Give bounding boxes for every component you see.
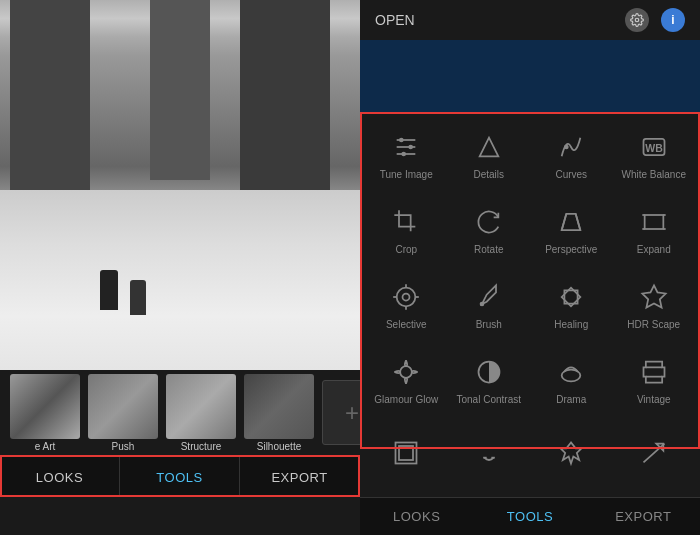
tool-healing[interactable]: Healing — [530, 267, 613, 342]
tool-curves[interactable]: Curves — [530, 117, 613, 192]
svg-rect-33 — [399, 446, 413, 460]
healing-label: Healing — [554, 319, 588, 331]
thumb-label: e Art — [35, 441, 56, 452]
tools-grid-wrapper: Tune Image Details Curves WB White Balan… — [360, 112, 700, 497]
tool-grunge[interactable] — [530, 417, 613, 492]
crop-icon — [388, 204, 424, 240]
thumbnail-item[interactable]: Push — [88, 374, 158, 452]
crop-label: Crop — [395, 244, 417, 256]
bottom-nav-right: LOOKS TOOLS EXPORT — [360, 497, 700, 535]
rotate-label: Rotate — [474, 244, 503, 256]
thumbnail-strip: e Art Push Structure Silhouette + — [0, 370, 360, 455]
open-button[interactable]: OPEN — [375, 12, 415, 28]
tune-icon — [388, 129, 424, 165]
tool-hdr-scape[interactable]: HDR Scape — [613, 267, 696, 342]
bottom-nav-left: LOOKS TOOLS EXPORT — [0, 455, 360, 497]
details-icon — [471, 129, 507, 165]
curves-label: Curves — [555, 169, 587, 181]
glamour-icon — [388, 354, 424, 390]
svg-point-4 — [399, 137, 404, 142]
perspective-icon — [553, 204, 589, 240]
hdr-icon — [636, 279, 672, 315]
tool-expand[interactable]: Expand — [613, 192, 696, 267]
tool-glamour-glow[interactable]: Glamour Glow — [365, 342, 448, 417]
info-icon[interactable]: i — [661, 8, 685, 32]
thumbnail-item[interactable]: e Art — [10, 374, 80, 452]
right-panel: OPEN i Tune Image — [360, 0, 700, 535]
svg-rect-14 — [644, 215, 663, 229]
nav-tools-right[interactable]: TOOLS — [473, 498, 586, 535]
image-preview-area — [360, 40, 700, 112]
vintage-icon — [636, 354, 672, 390]
grunge-icon — [553, 435, 589, 471]
main-photo — [0, 0, 360, 370]
nav-looks-right[interactable]: LOOKS — [360, 498, 473, 535]
glamour-label: Glamour Glow — [374, 394, 438, 406]
thumb-label: Silhouette — [257, 441, 301, 452]
tool-drama[interactable]: Drama — [530, 342, 613, 417]
svg-point-5 — [409, 144, 414, 149]
brush-icon — [471, 279, 507, 315]
brush-label: Brush — [476, 319, 502, 331]
rotate-icon — [471, 204, 507, 240]
tool-brush[interactable]: Brush — [448, 267, 531, 342]
tool-frames[interactable] — [365, 417, 448, 492]
perspective-label: Perspective — [545, 244, 597, 256]
lens-icon — [636, 435, 672, 471]
tool-white-balance[interactable]: WB White Balance — [613, 117, 696, 192]
drama-label: Drama — [556, 394, 586, 406]
tune-label: Tune Image — [380, 169, 433, 181]
tool-selective[interactable]: Selective — [365, 267, 448, 342]
tools-grid: Tune Image Details Curves WB White Balan… — [365, 117, 695, 492]
svg-text:WB: WB — [645, 141, 663, 153]
nav-looks-left[interactable]: LOOKS — [0, 457, 120, 497]
svg-point-27 — [400, 366, 412, 378]
add-thumbnail[interactable]: + — [322, 380, 360, 445]
face-icon — [471, 435, 507, 471]
thumbnail-item[interactable]: Silhouette — [244, 374, 314, 452]
expand-icon — [636, 204, 672, 240]
thumb-label: Structure — [181, 441, 222, 452]
nav-tools-left[interactable]: TOOLS — [120, 457, 240, 497]
tool-tune-image[interactable]: Tune Image — [365, 117, 448, 192]
svg-point-8 — [564, 144, 569, 149]
thumbnail-item[interactable]: Structure — [166, 374, 236, 452]
tool-crop[interactable]: Crop — [365, 192, 448, 267]
tool-rotate[interactable]: Rotate — [448, 192, 531, 267]
settings-icon[interactable] — [625, 8, 649, 32]
svg-point-6 — [402, 151, 407, 156]
curves-icon — [553, 129, 589, 165]
vintage-label: Vintage — [637, 394, 671, 406]
tool-face[interactable] — [448, 417, 531, 492]
hdr-label: HDR Scape — [627, 319, 680, 331]
frames-icon — [388, 435, 424, 471]
selective-icon — [388, 279, 424, 315]
plus-icon: + — [345, 399, 359, 427]
details-label: Details — [473, 169, 504, 181]
svg-line-13 — [576, 214, 581, 230]
thumb-label: Push — [112, 441, 135, 452]
tool-lens-blur[interactable] — [613, 417, 696, 492]
healing-icon — [553, 279, 589, 315]
nav-export-left[interactable]: EXPORT — [240, 457, 360, 497]
tool-details[interactable]: Details — [448, 117, 531, 192]
svg-point-19 — [397, 287, 416, 306]
wb-icon: WB — [636, 129, 672, 165]
tool-tonal-contrast[interactable]: Tonal Contrast — [448, 342, 531, 417]
tonal-label: Tonal Contrast — [457, 394, 521, 406]
tonal-icon — [471, 354, 507, 390]
wb-label: White Balance — [622, 169, 686, 181]
nav-export-right[interactable]: EXPORT — [587, 498, 700, 535]
tool-perspective[interactable]: Perspective — [530, 192, 613, 267]
svg-marker-26 — [642, 285, 665, 307]
top-icons: i — [625, 8, 685, 32]
drama-icon — [553, 354, 589, 390]
tool-vintage[interactable]: Vintage — [613, 342, 696, 417]
svg-marker-7 — [479, 137, 498, 156]
svg-point-20 — [403, 293, 410, 300]
svg-line-12 — [562, 214, 567, 230]
selective-label: Selective — [386, 319, 427, 331]
left-panel: e Art Push Structure Silhouette + LOOKS … — [0, 0, 360, 535]
svg-point-0 — [635, 18, 639, 22]
svg-point-25 — [479, 301, 484, 306]
